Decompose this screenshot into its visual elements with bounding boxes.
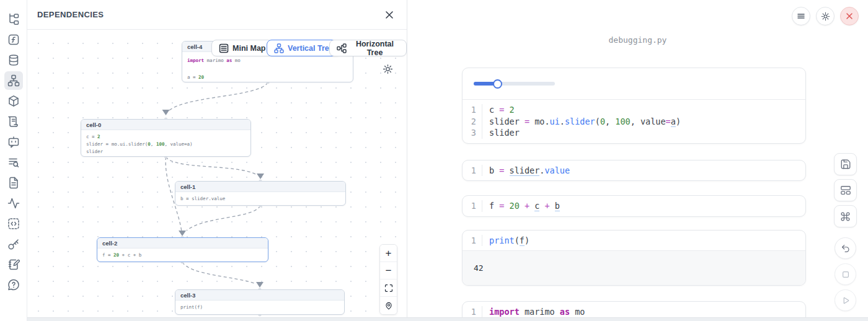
node-code: c = 2slider = mo.ui.slider(0, 100, value…: [81, 130, 250, 157]
run-button[interactable]: [835, 289, 856, 311]
packages-icon[interactable]: [4, 92, 23, 110]
dependencies-panel: DEPENDENCIES: [27, 0, 407, 321]
file-text-icon[interactable]: [4, 174, 23, 192]
horizontal-scrollbar[interactable]: [27, 317, 868, 321]
notebook-cell-f[interactable]: 1f = 20 + c + b: [462, 195, 806, 217]
vertical-tree-label: Vertical Tree: [288, 44, 334, 53]
cell-console-output: 42: [463, 250, 805, 285]
stop-icon: [841, 270, 851, 279]
panel-icon-rail: [0, 0, 27, 321]
code-editor[interactable]: 1b = slider.value: [463, 160, 805, 181]
close-panel-button[interactable]: [382, 7, 397, 22]
undo-icon: [841, 244, 851, 253]
notebook-top-actions: [792, 7, 859, 25]
map-pin-icon: [384, 301, 393, 310]
datasources-icon[interactable]: [4, 51, 23, 69]
variables-icon[interactable]: [4, 30, 23, 49]
panel-title: DEPENDENCIES: [37, 10, 104, 19]
zoom-in-button[interactable]: +: [380, 245, 397, 262]
file-tree-icon[interactable]: [4, 10, 23, 29]
logs-icon[interactable]: [4, 153, 23, 172]
notebook-side-actions: [834, 153, 857, 315]
code-editor[interactable]: 1print(f): [463, 231, 805, 251]
slider-output[interactable]: [474, 82, 555, 86]
graph-node-cell-0[interactable]: cell-0 c = 2slider = mo.ui.slider(0, 100…: [81, 119, 251, 157]
fit-view-button[interactable]: [380, 279, 397, 297]
save-icon: [840, 159, 851, 170]
graph-zoom-controls: + −: [379, 244, 397, 315]
stop-button[interactable]: [835, 263, 856, 285]
secrets-icon[interactable]: [4, 235, 23, 253]
close-icon: [385, 11, 394, 19]
horizontal-tree-button[interactable]: Horizontal Tree: [329, 40, 407, 56]
node-code: import marimo as mo a = 20: [182, 52, 353, 82]
dependency-graph-canvas[interactable]: cell-4 import marimo as mo a = 20 cell-0…: [27, 30, 407, 321]
graph-node-cell-1[interactable]: cell-1 b = slider.value: [175, 181, 346, 206]
close-icon: [846, 12, 853, 20]
scratchpad-icon[interactable]: [4, 255, 23, 274]
dependencies-icon[interactable]: [4, 71, 23, 90]
graph-node-cell-2[interactable]: cell-2 f = 20 + c + b: [97, 237, 268, 262]
zoom-out-button[interactable]: −: [380, 262, 397, 279]
tracing-icon[interactable]: [4, 194, 23, 213]
mini-map-icon: [219, 43, 229, 53]
graph-node-cell-3[interactable]: cell-3 print(f): [175, 289, 345, 315]
help-icon[interactable]: [4, 276, 23, 294]
shutdown-button[interactable]: [840, 7, 859, 25]
ai-chat-icon[interactable]: [4, 133, 23, 151]
notebook-cell-b[interactable]: 1b = slider.value: [462, 160, 806, 182]
node-title: cell-1: [175, 182, 345, 192]
documentation-icon[interactable]: [4, 112, 23, 131]
mini-map-label: Mini Map: [232, 44, 265, 53]
notebook-cell-slider[interactable]: 1c = 22slider = mo.ui.slider(0, 100, val…: [462, 68, 806, 144]
command-palette-button[interactable]: [834, 205, 857, 227]
graph-settings-button[interactable]: [383, 64, 393, 76]
snippets-icon[interactable]: [4, 214, 23, 233]
cell-output-area: [463, 68, 805, 100]
command-icon: [840, 211, 851, 222]
hamburger-menu-icon: [797, 12, 805, 20]
settings-button[interactable]: [816, 7, 835, 25]
node-title: cell-0: [81, 120, 250, 130]
menu-button[interactable]: [792, 7, 810, 25]
node-title: cell-2: [97, 238, 268, 248]
save-button[interactable]: [834, 153, 857, 175]
horizontal-tree-icon: [337, 43, 347, 53]
vertical-tree-icon: [274, 43, 284, 53]
play-icon: [841, 296, 851, 306]
locate-node-button[interactable]: [380, 297, 397, 314]
slider-thumb[interactable]: [493, 79, 502, 89]
dependencies-panel-header: DEPENDENCIES: [27, 0, 407, 30]
notebook-filename: debugging.py: [407, 35, 868, 45]
notebook-area: debugging.py 1c = 22slider = mo.ui.slide…: [407, 0, 868, 321]
undo-button[interactable]: [835, 237, 856, 259]
node-code: b = slider.value: [175, 192, 345, 206]
notebook-cell-print[interactable]: 1print(f) 42: [462, 230, 806, 286]
mini-map-button[interactable]: Mini Map: [211, 40, 273, 56]
node-title: cell-3: [175, 290, 344, 301]
gear-icon: [383, 64, 393, 74]
code-editor[interactable]: 1c = 22slider = mo.ui.slider(0, 100, val…: [463, 100, 805, 143]
app-root: DEPENDENCIES: [0, 0, 868, 321]
notebook-cells: 1c = 22slider = mo.ui.slider(0, 100, val…: [462, 68, 806, 321]
maximize-icon: [384, 284, 393, 292]
code-editor[interactable]: 1f = 20 + c + b: [463, 196, 805, 216]
layout-toggle-button[interactable]: [834, 179, 857, 201]
horizontal-tree-label: Horizontal Tree: [350, 40, 399, 57]
layout-icon: [840, 185, 851, 196]
node-code: print(f): [175, 301, 344, 314]
node-code: f = 20 + c + b: [97, 248, 268, 262]
gear-icon: [821, 12, 830, 21]
